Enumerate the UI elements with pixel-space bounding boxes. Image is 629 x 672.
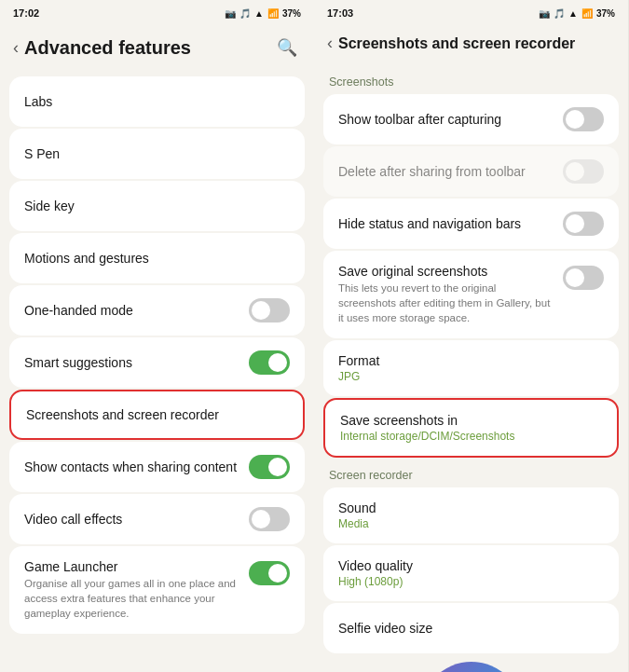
wifi-icon: ▲ — [254, 8, 264, 19]
back-button-left[interactable]: ‹ — [13, 38, 19, 58]
status-bar-right: 17:03 📷 🎵 ▲ 📶 37% — [314, 0, 628, 26]
menu-item-side-key[interactable]: Side key — [9, 181, 305, 231]
menu-item-video-quality[interactable]: Video quality High (1080p) — [323, 545, 619, 601]
menu-item-selfie-video-size[interactable]: Selfie video size — [323, 603, 619, 653]
section-screen-recorder-label: Screen recorder — [314, 459, 628, 486]
toggle-save-original[interactable] — [563, 266, 604, 290]
toggle-smart-suggestions[interactable] — [249, 350, 290, 375]
music-icon-r: 🎵 — [554, 8, 565, 19]
toggle-one-handed[interactable] — [249, 298, 290, 322]
signal-icon-r: 📶 — [581, 8, 593, 19]
toggle-delete-sharing — [563, 159, 604, 184]
right-scroll-area[interactable]: Screenshots Show toolbar after capturing… — [314, 62, 628, 672]
menu-item-sound[interactable]: Sound Media — [323, 487, 619, 543]
toggle-hide-status-bars[interactable] — [563, 212, 604, 236]
back-button-right[interactable]: ‹ — [327, 34, 333, 53]
menu-item-delete-sharing[interactable]: Delete after sharing from toolbar — [323, 146, 619, 197]
menu-item-motions[interactable]: Motions and gestures — [9, 233, 305, 283]
toggle-show-contacts[interactable] — [249, 455, 290, 479]
battery-left: 37% — [282, 8, 301, 19]
left-panel: 17:02 📷 🎵 ▲ 📶 37% ‹ Advanced features 🔍 … — [0, 0, 314, 672]
search-button-left[interactable]: 🔍 — [273, 34, 301, 62]
menu-item-video-call[interactable]: Video call effects — [9, 494, 305, 544]
time-left: 17:02 — [13, 7, 39, 19]
toggle-game-launcher[interactable] — [249, 561, 290, 585]
status-icons-right: 📷 🎵 ▲ 📶 37% — [539, 8, 615, 19]
toggle-video-call[interactable] — [249, 507, 290, 531]
page-header-left: ‹ Advanced features 🔍 — [0, 26, 314, 71]
time-right: 17:03 — [327, 7, 353, 19]
menu-item-format[interactable]: Format JPG — [323, 340, 619, 396]
menu-item-hide-status-bars[interactable]: Hide status and navigation bars — [323, 199, 619, 249]
left-scroll-area[interactable]: Labs S Pen Side key Motions and gestures… — [0, 71, 314, 672]
menu-item-save-original[interactable]: Save original screenshots This lets you … — [323, 251, 619, 338]
page-title-left: Advanced features — [24, 37, 191, 59]
page-title-right: Screenshots and screen recorder — [338, 34, 575, 52]
status-bar-left: 17:02 📷 🎵 ▲ 📶 37% — [0, 0, 314, 26]
battery-right: 37% — [596, 8, 615, 19]
menu-item-show-toolbar[interactable]: Show toolbar after capturing — [323, 94, 619, 144]
right-panel: 17:03 📷 🎵 ▲ 📶 37% ‹ Screenshots and scre… — [314, 0, 628, 672]
menu-item-one-handed[interactable]: One-handed mode — [9, 285, 305, 336]
music-icon: 🎵 — [239, 8, 251, 19]
wifi-icon-r: ▲ — [568, 8, 578, 19]
camera-icon-r: 📷 — [539, 8, 550, 19]
status-icons-left: 📷 🎵 ▲ 📶 37% — [225, 8, 301, 19]
camera-icon: 📷 — [225, 8, 236, 19]
menu-item-show-contacts[interactable]: Show contacts when sharing content — [9, 442, 305, 492]
section-screenshots-label: Screenshots — [314, 66, 628, 92]
menu-item-screenshots[interactable]: Screenshots and screen recorder — [9, 390, 305, 440]
menu-item-s-pen[interactable]: S Pen — [9, 129, 305, 179]
menu-item-game-launcher[interactable]: Game Launcher Organise all your games al… — [9, 546, 305, 634]
signal-icon: 📶 — [267, 8, 279, 19]
menu-item-save-screenshots-in[interactable]: Save screenshots in Internal storage/DCI… — [323, 398, 619, 458]
page-header-right: ‹ Screenshots and screen recorder — [314, 26, 628, 62]
menu-item-labs[interactable]: Labs — [9, 76, 305, 127]
menu-item-smart-suggestions[interactable]: Smart suggestions — [9, 337, 305, 388]
semicircle-shape — [420, 662, 523, 672]
decoration-semicircle — [314, 657, 628, 672]
toggle-show-toolbar[interactable] — [563, 107, 604, 131]
